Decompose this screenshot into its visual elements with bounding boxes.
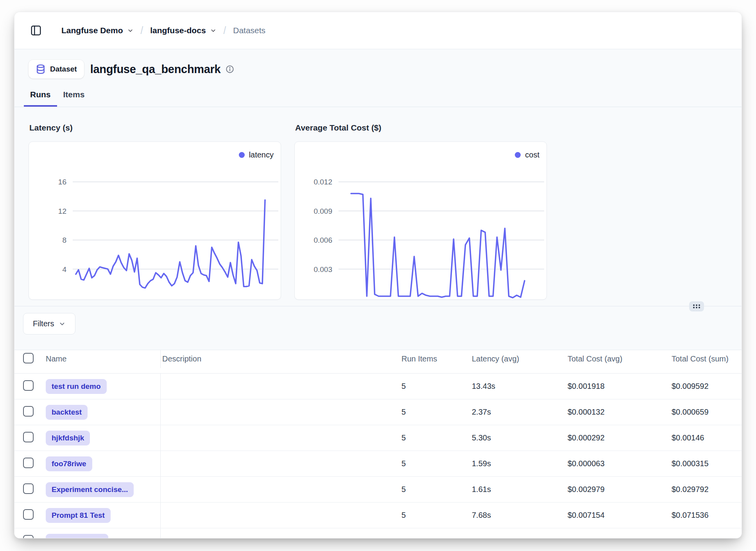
row-checkbox-cell bbox=[14, 380, 43, 393]
app-window: Langfuse Demo/langfuse-docs/Datasets Dat… bbox=[14, 12, 742, 538]
breadcrumb-separator: / bbox=[141, 24, 143, 37]
y-axis-tick: 12 bbox=[58, 207, 66, 215]
total-cost-sum-cell: $0.00146 bbox=[670, 433, 742, 442]
run-name-badge[interactable]: Experiment concise... bbox=[46, 482, 134, 497]
chart-title: Average Total Cost ($) bbox=[295, 122, 547, 134]
row-checkbox[interactable] bbox=[23, 535, 34, 539]
top-bar: Langfuse Demo/langfuse-docs/Datasets bbox=[14, 12, 742, 49]
name-cell bbox=[43, 528, 161, 538]
dataset-title-row: Dataset langfuse_qa_benchmark bbox=[29, 59, 742, 79]
table-row-partial[interactable] bbox=[14, 528, 742, 538]
table-row[interactable]: foo78riwe51.59s$0.000063$0.000315 bbox=[14, 451, 742, 477]
y-axis-tick: 0.009 bbox=[314, 207, 332, 215]
latency-avg-cell: 2.37s bbox=[470, 408, 566, 417]
legend-label: cost bbox=[525, 150, 539, 159]
filters-button[interactable]: Filters bbox=[23, 313, 75, 335]
total-cost-avg-cell: $0.000063 bbox=[566, 459, 670, 468]
latency-avg-cell: 1.59s bbox=[470, 459, 566, 468]
table-header-row: NameDescriptionRun ItemsLatency (avg)Tot… bbox=[14, 350, 742, 374]
table-row[interactable]: hjkfdshjk55.30s$0.000292$0.00146 bbox=[14, 425, 742, 451]
breadcrumb-item-langfuse-demo[interactable]: Langfuse Demo bbox=[61, 26, 134, 35]
name-cell: backtest bbox=[43, 399, 161, 425]
chart-plot-cost: 0.0030.0060.0090.012 bbox=[295, 142, 546, 299]
total-cost-avg-cell: $0.002979 bbox=[566, 485, 670, 494]
run-items-cell: 5 bbox=[400, 485, 470, 494]
y-axis-tick: 0.006 bbox=[314, 236, 332, 244]
total-cost-sum-cell: $0.000315 bbox=[670, 459, 742, 468]
filters-button-label: Filters bbox=[33, 319, 54, 328]
total-cost-sum-cell: $0.009592 bbox=[670, 382, 742, 391]
breadcrumb-label: langfuse-docs bbox=[150, 26, 206, 35]
table-row[interactable]: Prompt 81 Test57.68s$0.007154$0.071536 bbox=[14, 503, 742, 528]
breadcrumb-separator: / bbox=[224, 24, 226, 37]
total-cost-sum-cell: $0.071536 bbox=[670, 511, 742, 520]
column-header-name: Name bbox=[43, 350, 161, 368]
tab-items[interactable]: Items bbox=[57, 89, 91, 107]
run-items-cell: 5 bbox=[400, 511, 470, 520]
latency-avg-cell: 5.30s bbox=[470, 433, 566, 442]
breadcrumb: Langfuse Demo/langfuse-docs/Datasets bbox=[61, 25, 265, 36]
table-row[interactable]: backtest52.37s$0.000132$0.000659 bbox=[14, 399, 742, 425]
row-checkbox[interactable] bbox=[23, 432, 34, 442]
breadcrumb-label: Langfuse Demo bbox=[61, 26, 123, 35]
name-cell: Experiment concise... bbox=[43, 477, 161, 502]
charts-section: Latency (s)481216latencyAverage Total Co… bbox=[29, 122, 727, 300]
run-name-badge[interactable]: foo78riwe bbox=[46, 456, 92, 471]
section-divider bbox=[14, 306, 742, 306]
legend-dot-icon bbox=[239, 152, 245, 158]
header-checkbox-cell bbox=[14, 353, 43, 365]
filters-row: Filters bbox=[23, 313, 742, 335]
run-items-cell: 5 bbox=[400, 382, 470, 391]
total-cost-avg-cell: $0.000292 bbox=[566, 433, 670, 442]
page-title: langfuse_qa_benchmark bbox=[90, 63, 221, 76]
breadcrumb-item-langfuse-docs[interactable]: langfuse-docs bbox=[150, 26, 216, 35]
row-checkbox-cell bbox=[14, 509, 43, 522]
row-checkbox[interactable] bbox=[23, 380, 34, 391]
name-cell: Prompt 81 Test bbox=[43, 503, 161, 528]
tab-runs[interactable]: Runs bbox=[24, 89, 57, 107]
chevron-down-icon bbox=[127, 27, 134, 34]
row-checkbox[interactable] bbox=[23, 509, 34, 520]
legend-label: latency bbox=[249, 150, 274, 159]
run-name-badge[interactable]: Prompt 81 Test bbox=[46, 508, 111, 523]
row-checkbox[interactable] bbox=[23, 406, 34, 417]
chevron-down-icon bbox=[59, 320, 66, 327]
name-cell: test run demo bbox=[43, 374, 161, 399]
breadcrumb-item-datasets[interactable]: Datasets bbox=[233, 26, 265, 35]
column-header-total-cost-sum-: Total Cost (sum) bbox=[670, 354, 742, 363]
table-row[interactable]: Experiment concise...51.61s$0.002979$0.0… bbox=[14, 477, 742, 503]
row-checkbox[interactable] bbox=[23, 458, 34, 468]
column-header-latency-avg-: Latency (avg) bbox=[470, 354, 566, 363]
chart-legend: latency bbox=[239, 150, 274, 159]
row-checkbox-cell bbox=[14, 406, 43, 419]
row-checkbox-cell bbox=[14, 458, 43, 470]
latency-avg-cell: 13.43s bbox=[470, 382, 566, 391]
table-row[interactable]: test run demo513.43s$0.001918$0.009592 bbox=[14, 374, 742, 399]
chart-title: Latency (s) bbox=[29, 122, 281, 134]
chart-column-latency: Latency (s)481216latency bbox=[29, 122, 281, 300]
table-body: test run demo513.43s$0.001918$0.009592ba… bbox=[14, 374, 742, 538]
total-cost-avg-cell: $0.000132 bbox=[566, 408, 670, 417]
resize-grip-handle[interactable] bbox=[689, 301, 704, 311]
latency-avg-cell: 7.68s bbox=[470, 511, 566, 520]
info-icon[interactable] bbox=[226, 65, 234, 73]
select-all-checkbox[interactable] bbox=[23, 353, 34, 363]
row-checkbox[interactable] bbox=[23, 483, 34, 494]
series-line-cost bbox=[351, 193, 525, 298]
run-name-badge[interactable]: test run demo bbox=[46, 379, 107, 394]
y-axis-tick: 8 bbox=[62, 236, 66, 244]
total-cost-avg-cell: $0.001918 bbox=[566, 382, 670, 391]
latency-avg-cell: 1.61s bbox=[470, 485, 566, 494]
total-cost-sum-cell: $0.029792 bbox=[670, 485, 742, 494]
column-header-total-cost-avg-: Total Cost (avg) bbox=[566, 354, 670, 363]
run-name-badge[interactable] bbox=[46, 534, 108, 539]
run-name-badge[interactable]: backtest bbox=[46, 405, 88, 420]
total-cost-sum-cell: $0.000659 bbox=[670, 408, 742, 417]
total-cost-avg-cell: $0.007154 bbox=[566, 511, 670, 520]
sidebar-toggle-icon[interactable] bbox=[29, 24, 43, 37]
run-name-badge[interactable]: hjkfdshjk bbox=[46, 431, 90, 445]
y-axis-tick: 0.003 bbox=[314, 265, 332, 274]
run-items-cell: 5 bbox=[400, 408, 470, 417]
run-items-cell: 5 bbox=[400, 459, 470, 468]
name-cell: hjkfdshjk bbox=[43, 425, 161, 451]
